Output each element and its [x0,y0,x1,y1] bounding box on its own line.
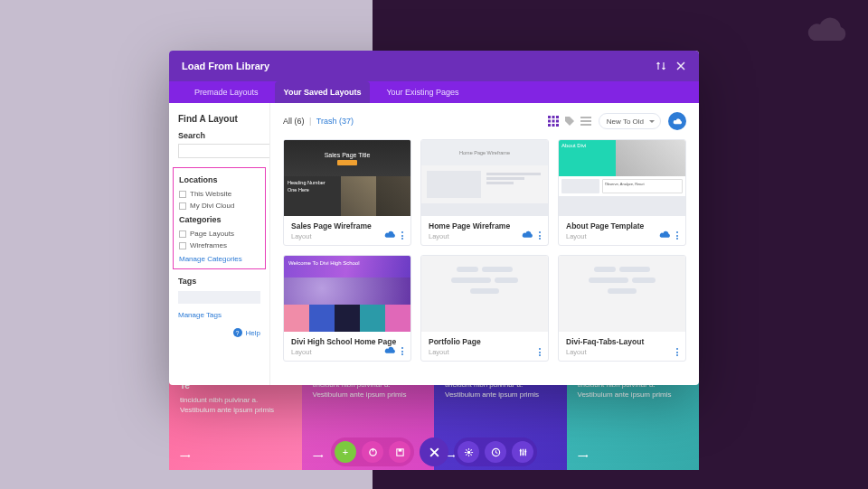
layout-card[interactable]: About Divi Observe, Analyze, React About… [558,139,686,246]
layout-title: Portfolio Page [429,337,541,346]
more-icon[interactable] [400,231,405,240]
search-input[interactable] [178,144,270,158]
svg-point-16 [467,450,470,454]
list-view-icon[interactable] [580,116,591,127]
close-icon[interactable] [675,61,686,71]
category-wireframes[interactable]: Wireframes [179,240,259,251]
load-library-modal: Load From Library Premade Layouts Your S… [169,51,699,385]
divi-toolbar: + [331,437,537,466]
svg-rect-11 [580,124,591,126]
history-button[interactable] [485,441,506,463]
filter-all[interactable]: All (6) [283,117,305,126]
svg-rect-2 [556,116,559,118]
layout-title: Divi-Faq-Tabs-Layout [566,337,678,346]
svg-rect-6 [548,124,551,127]
layout-thumbnail [421,256,548,332]
svg-point-20 [524,450,526,452]
svg-rect-1 [552,116,554,118]
filters-highlight: Locations This Website My Divi Cloud Cat… [173,167,266,269]
svg-rect-9 [580,117,591,118]
svg-point-19 [522,453,524,455]
sort-toggle-icon[interactable] [656,61,666,71]
settings-button[interactable] [458,441,479,463]
layout-title: About Page Template [566,221,678,230]
adjust-button[interactable] [512,441,533,463]
layout-title: Sales Page Wireframe [291,221,403,230]
tag-view-icon[interactable] [564,116,575,127]
cloud-icon [384,230,396,240]
svg-rect-7 [552,124,554,127]
manage-tags-link[interactable]: Manage Tags [178,311,260,319]
svg-rect-10 [580,120,591,122]
main-area: All (6) | Trash (37) New To Old [270,103,699,385]
help-link[interactable]: ?Help [178,328,260,337]
location-this-website[interactable]: This Website [179,188,259,200]
cloud-sync-button[interactable] [668,112,686,130]
close-builder-button[interactable] [420,437,448,466]
layout-card[interactable]: Sales Page Title Heading NumberOne Here … [283,139,411,246]
tabs: Premade Layouts Your Saved Layouts Your … [169,81,699,103]
modal-header: Load From Library [169,51,699,81]
more-icon[interactable] [675,348,680,356]
layout-thumbnail: About Divi Observe, Analyze, React [559,140,685,216]
power-button[interactable] [362,441,383,463]
add-button[interactable]: + [335,441,356,463]
svg-rect-5 [556,120,559,123]
more-icon[interactable] [400,347,405,355]
more-icon[interactable] [537,231,542,240]
layout-title: Divi High School Home Page [291,337,403,346]
svg-rect-0 [548,116,551,118]
manage-categories-link[interactable]: Manage Categories [179,255,259,263]
locations-heading: Locations [179,175,259,184]
layout-thumbnail: Welcome To Divi High School [284,256,410,332]
svg-rect-8 [556,124,559,127]
layout-title: Home Page Wireframe [429,221,541,230]
layout-thumbnail: Sales Page Title Heading NumberOne Here [284,140,410,216]
tab-premade-layouts[interactable]: Premade Layouts [185,81,268,103]
layout-card[interactable]: Portfolio Page Layout [420,255,549,362]
cloud-icon [522,230,533,240]
layout-card[interactable]: Divi-Faq-Tabs-Layout Layout [558,255,686,362]
category-page-layouts[interactable]: Page Layouts [179,228,259,240]
svg-rect-15 [398,448,401,451]
bg-cloud-icon [807,16,850,47]
sidebar: Find A Layout Search + Filter Locations … [169,103,270,385]
tags-heading: Tags [178,277,260,286]
categories-heading: Categories [179,215,259,224]
cloud-icon [659,230,671,240]
layout-card[interactable]: Welcome To Divi High School Divi High Sc… [283,255,411,362]
layout-thumbnail [559,256,685,332]
more-icon[interactable] [537,348,542,356]
tab-existing-pages[interactable]: Your Existing Pages [377,81,467,103]
tags-input[interactable] [178,291,260,304]
layout-card[interactable]: Home Page Wireframe Home Page Wireframe … [420,139,549,246]
filter-trash[interactable]: Trash (37) [316,117,354,126]
layout-subtitle: Layout [429,348,541,356]
search-label: Search [178,131,260,140]
location-divi-cloud[interactable]: My Divi Cloud [179,200,259,212]
svg-point-18 [519,449,521,451]
results-counts: All (6) | Trash (37) [283,117,354,126]
find-layout-title: Find A Layout [178,114,260,124]
save-button[interactable] [389,441,410,463]
svg-rect-3 [548,120,551,123]
layouts-grid: Sales Page Title Heading NumberOne Here … [283,139,686,362]
tab-saved-layouts[interactable]: Your Saved Layouts [275,81,371,103]
modal-title: Load From Library [182,61,269,71]
sort-select[interactable]: New To Old [599,113,661,129]
svg-rect-4 [552,120,554,123]
layout-subtitle: Layout [566,348,678,356]
more-icon[interactable] [675,231,680,240]
grid-view-icon[interactable] [548,116,559,127]
cloud-icon [384,346,396,356]
layout-thumbnail: Home Page Wireframe [421,140,548,216]
